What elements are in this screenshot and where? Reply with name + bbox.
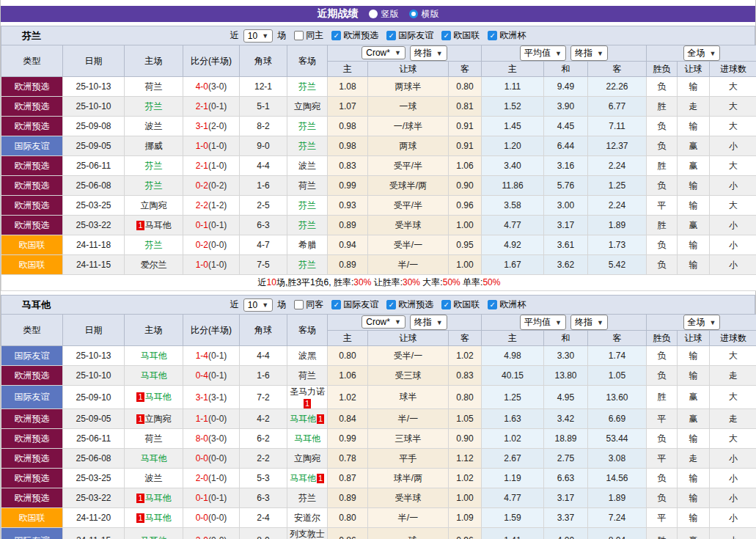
filter-label[interactable]: 欧洲预选 [398,298,433,311]
euro-home-odds-cell: 40.15 [482,366,544,386]
euro-draw-odds-cell: 3.00 [544,196,588,216]
euro-company-select[interactable]: 平均值▼ [520,315,566,330]
radio-selected-icon[interactable] [369,10,378,18]
column-subheader: 胜负 [647,331,678,346]
score-cell: 2-0(1-0) [183,469,240,488]
date-cell: 25-03-22 [63,216,125,235]
asian-handicap-cell: 受平/半 [368,196,449,216]
match-row: 国际友谊24-11-15马耳他2-0(0-0)8-0列支敦士登0.86一球0.9… [1,528,756,539]
same-side-label[interactable]: 同主 [306,29,323,42]
away-team: 波兰 [298,161,316,171]
home-team-cell: 挪威 [125,136,183,156]
team-filter-bar: 芬兰近10▼场同主✓欧洲预选✓国际友谊✓欧国联✓欧洲杯 [1,26,755,45]
filter-label[interactable]: 欧洲杯 [499,29,526,42]
filter-checkbox-国际友谊[interactable]: ✓ [386,31,396,40]
filter-label[interactable]: 国际友谊 [398,29,433,42]
euro-stage-select-value: 终指 [575,316,592,329]
euro-stage-select-value: 终指 [575,47,592,59]
scope-select[interactable]: 全场▼ [683,315,721,330]
away-team: 芬兰 [298,81,316,92]
corner-cell: 4-2 [240,409,287,429]
radio-horizontal-option[interactable]: 横版 [409,8,439,21]
filter-checkbox-欧国联[interactable]: ✓ [441,300,451,309]
same-side-checkbox[interactable] [294,300,304,309]
radio-vertical-label: 竖版 [381,8,399,21]
away-team-name: 希腊 [298,240,316,250]
summary-text: 近 [258,277,267,287]
euro-company-select[interactable]: 平均值▼ [520,45,566,61]
filter-checkbox-欧洲杯[interactable]: ✓ [488,31,497,40]
same-side-label[interactable]: 同客 [306,298,323,311]
rank-badge: 1 [317,414,324,424]
asian-home-odds-cell: 0.83 [328,156,368,176]
same-side-checkbox[interactable] [294,31,304,40]
chevron-down-icon: ▼ [597,319,603,326]
date-cell: 25-03-25 [63,196,125,216]
scope-select[interactable]: 全场▼ [683,45,721,61]
games-count-select[interactable]: 10▼ [243,29,273,43]
filter-checkbox-欧国联[interactable]: ✓ [441,31,451,40]
home-team-name: 马耳他 [141,535,167,539]
euro-draw-odds-cell: 3.17 [544,216,588,235]
filter-checkbox-国际友谊[interactable]: ✓ [331,300,341,309]
euro-home-odds-cell: 4.77 [482,488,544,508]
filter-checkbox-欧洲预选[interactable]: ✓ [386,300,396,309]
radio-vertical-option[interactable]: 竖版 [369,8,399,21]
filter-label[interactable]: 欧国联 [453,298,480,311]
euro-draw-odds-cell: 4.95 [544,386,588,409]
half-time-score: (0-1) [208,220,227,230]
rank-badge: 1 [136,221,144,230]
away-team-cell: 马耳他1 [287,469,328,488]
home-team-name: 马耳他 [145,220,172,230]
asian-company-select[interactable]: Crow*▼ [362,46,405,59]
league-badge: 欧洲预选 [1,156,63,176]
euro-home-odds-cell: 1.41 [482,528,544,539]
result-goals-cell: 大 [710,117,756,136]
column-header: 主场 [125,45,183,77]
filter-label[interactable]: 欧国联 [453,29,480,42]
away-team: 芬兰 [298,141,316,151]
filter-label[interactable]: 国际友谊 [343,298,378,311]
away-team: 芬兰 [298,220,316,230]
full-time-score: 0-1 [196,493,208,503]
asian-stage-select[interactable]: 终指▼ [410,45,447,61]
euro-stage-select[interactable]: 终指▼ [570,315,608,330]
match-row: 欧洲预选25-09-051立陶宛1-1(0-0)4-2马耳他10.84半/一1.… [1,409,756,429]
date-cell: 25-06-11 [63,156,125,176]
result-handicap-cell: 输 [678,488,710,508]
radio-unselected-icon[interactable] [409,10,418,18]
euro-away-odds-cell: 53.44 [588,429,647,449]
asian-stage-select-value: 终指 [414,47,432,59]
filter-checkbox-欧洲预选[interactable]: ✓ [331,31,341,40]
away-team-cell: 立陶宛 [287,97,328,117]
asian-away-odds-cell: 0.90 [449,429,482,449]
euro-away-odds-cell: 6.77 [588,97,647,117]
home-team-cell: 芬兰 [125,97,183,117]
corner-cell: 2-4 [240,508,287,528]
result-outcome-cell: 负 [647,346,678,366]
euro-away-odds-cell: 1.74 [588,346,647,366]
asian-home-odds-cell: 0.80 [328,508,368,528]
half-time-score: (3-1) [208,392,227,403]
asian-company-select[interactable]: Crow*▼ [362,315,405,329]
home-team: 荷兰 [145,433,163,444]
filter-checkbox-欧洲杯[interactable]: ✓ [488,300,497,309]
asian-away-odds-cell: 0.96 [449,196,482,216]
asian-handicap-cell: 受球半/两 [368,176,449,196]
away-team-cell: 芬兰 [287,77,328,97]
home-team: 芬兰 [145,161,163,171]
games-count-select[interactable]: 10▼ [243,298,273,312]
euro-odds-group-header: 平均值▼终指▼ [482,45,647,62]
asian-handicap-cell: 两球半 [368,77,449,97]
asian-company-select-value: Crow* [366,48,390,58]
result-handicap-cell: 走 [678,97,710,117]
league-badge: 欧国联 [1,508,63,528]
filter-label[interactable]: 欧洲杯 [499,298,526,311]
corner-cell: 5-1 [240,97,287,117]
filter-label[interactable]: 欧洲预选 [343,29,378,42]
asian-home-odds-cell: 0.89 [328,216,368,235]
result-outcome-cell: 负 [647,136,678,156]
asian-stage-select[interactable]: 终指▼ [410,315,447,330]
result-outcome-cell: 胜 [647,386,678,409]
euro-stage-select[interactable]: 终指▼ [570,45,608,61]
